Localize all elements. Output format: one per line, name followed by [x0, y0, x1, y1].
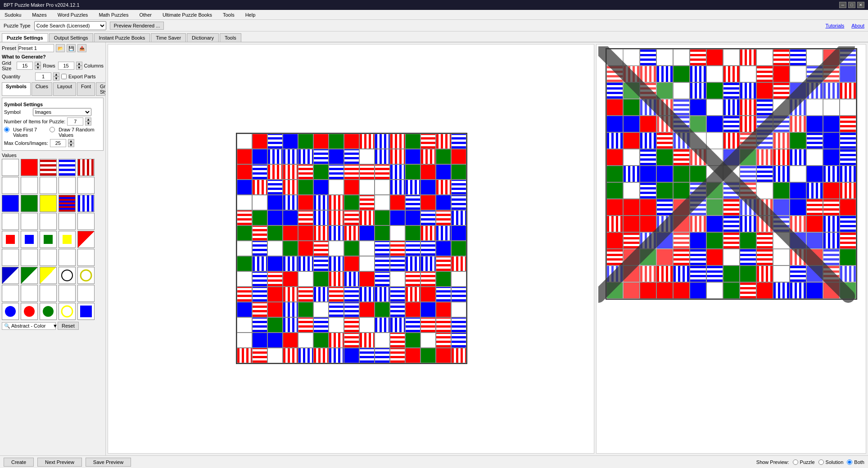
- draw-7-random-radio[interactable]: [50, 127, 55, 132]
- rows-down[interactable]: ▼: [76, 66, 82, 70]
- tab-instant-puzzle-books[interactable]: Instant Puzzle Books: [94, 33, 150, 42]
- sub-tab-symbols[interactable]: Symbols: [2, 82, 31, 96]
- tab-dictionary[interactable]: Dictionary: [187, 33, 219, 42]
- swatch-8[interactable]: [59, 177, 76, 194]
- symbol-select[interactable]: Images: [33, 108, 91, 116]
- swatch-31[interactable]: [21, 267, 38, 284]
- tab-tools[interactable]: Tools: [220, 33, 241, 42]
- swatch-41[interactable]: [21, 303, 38, 320]
- minimize-button[interactable]: ─: [839, 2, 846, 8]
- num-items-input[interactable]: [67, 117, 83, 126]
- grid-size-input[interactable]: [17, 62, 33, 70]
- search-dropdown-icon[interactable]: ▼: [53, 323, 58, 328]
- swatch-3[interactable]: [59, 159, 76, 176]
- quantity-down[interactable]: ▼: [53, 76, 59, 81]
- search-input[interactable]: [11, 323, 52, 328]
- export-preset-button[interactable]: 📤: [77, 44, 86, 52]
- reset-button[interactable]: Reset: [58, 322, 79, 330]
- menu-tools[interactable]: Tools: [220, 11, 237, 18]
- use-first-7-radio[interactable]: [4, 127, 9, 132]
- create-button[interactable]: Create: [4, 458, 34, 467]
- sub-tab-font[interactable]: Font: [77, 82, 95, 96]
- grid-size-down[interactable]: ▼: [35, 66, 41, 70]
- swatch-13[interactable]: [59, 195, 76, 212]
- about-link[interactable]: About: [851, 23, 864, 28]
- swatch-44[interactable]: [77, 303, 95, 320]
- swatch-23[interactable]: [59, 231, 76, 248]
- next-preview-button[interactable]: Next Preview: [37, 458, 82, 467]
- swatch-33[interactable]: [59, 267, 76, 284]
- sub-tab-grid-styling[interactable]: Grid Styling: [96, 82, 106, 96]
- swatch-30[interactable]: [2, 267, 19, 284]
- max-colors-up[interactable]: ▲: [68, 139, 74, 143]
- menu-sudoku[interactable]: Sudoku: [2, 11, 24, 18]
- tutorials-link[interactable]: Tutorials: [825, 23, 844, 28]
- open-preset-button[interactable]: 📂: [56, 44, 65, 52]
- close-button[interactable]: ✕: [857, 2, 864, 8]
- swatch-28[interactable]: [59, 249, 76, 266]
- preview-rendered-button[interactable]: Preview Rendered ...: [110, 22, 164, 30]
- save-preset-button[interactable]: 💾: [67, 44, 76, 52]
- max-colors-input[interactable]: [50, 139, 66, 147]
- tab-output-settings[interactable]: Output Settings: [49, 33, 93, 42]
- swatch-19[interactable]: [77, 213, 95, 230]
- swatch-25[interactable]: [2, 249, 19, 266]
- quantity-input[interactable]: [35, 72, 51, 81]
- swatch-15[interactable]: [2, 213, 19, 230]
- show-preview-solution-radio[interactable]: [818, 459, 824, 465]
- swatch-21[interactable]: [21, 231, 38, 248]
- sub-tab-clues[interactable]: Clues: [32, 82, 52, 96]
- swatch-32[interactable]: [40, 267, 57, 284]
- swatch-9[interactable]: [77, 177, 95, 194]
- swatch-16[interactable]: [21, 213, 38, 230]
- rows-input[interactable]: [58, 62, 74, 70]
- quantity-up[interactable]: ▲: [53, 72, 59, 76]
- max-colors-down[interactable]: ▼: [68, 143, 74, 147]
- rows-up[interactable]: ▲: [76, 62, 82, 66]
- swatch-1[interactable]: [21, 159, 38, 176]
- swatch-29[interactable]: [77, 249, 95, 266]
- swatch-43[interactable]: [59, 303, 76, 320]
- swatch-18[interactable]: [59, 213, 76, 230]
- swatch-4[interactable]: [77, 159, 95, 176]
- swatch-34[interactable]: [77, 267, 95, 284]
- num-items-down[interactable]: ▼: [85, 122, 91, 126]
- swatch-36[interactable]: [21, 285, 38, 302]
- preset-input[interactable]: Preset 1: [18, 44, 54, 52]
- save-preview-button[interactable]: Save Preview: [86, 458, 131, 467]
- swatch-10[interactable]: [2, 195, 19, 212]
- num-items-up[interactable]: ▲: [85, 117, 91, 122]
- swatch-35[interactable]: [2, 285, 19, 302]
- swatch-38[interactable]: [59, 285, 76, 302]
- menu-mazes[interactable]: Mazes: [29, 11, 49, 18]
- show-preview-both-radio[interactable]: [847, 459, 852, 465]
- swatch-11[interactable]: [21, 195, 38, 212]
- swatch-39[interactable]: [77, 285, 95, 302]
- export-parts-checkbox[interactable]: [61, 74, 67, 79]
- swatch-2[interactable]: [40, 159, 57, 176]
- sub-tab-layout[interactable]: Layout: [53, 82, 76, 96]
- menu-help[interactable]: Help: [243, 11, 258, 18]
- swatch-42[interactable]: [40, 303, 57, 320]
- puzzle-type-select[interactable]: Code Search (Licensed): [34, 21, 106, 30]
- swatch-14[interactable]: [77, 195, 95, 212]
- swatch-12[interactable]: [40, 195, 57, 212]
- swatch-0[interactable]: [2, 159, 19, 176]
- menu-other[interactable]: Other: [136, 11, 154, 18]
- grid-size-up[interactable]: ▲: [35, 62, 41, 66]
- menu-word-puzzles[interactable]: Word Puzzles: [55, 11, 91, 18]
- show-preview-puzzle-radio[interactable]: [793, 459, 798, 465]
- swatch-24[interactable]: [77, 231, 95, 248]
- swatch-5[interactable]: [2, 177, 19, 194]
- swatch-27[interactable]: [40, 249, 57, 266]
- swatch-37[interactable]: [40, 285, 57, 302]
- tab-puzzle-settings[interactable]: Puzzle Settings: [2, 33, 48, 42]
- swatch-6[interactable]: [21, 177, 38, 194]
- swatch-26[interactable]: [21, 249, 38, 266]
- menu-math-puzzles[interactable]: Math Puzzles: [96, 11, 131, 18]
- maximize-button[interactable]: □: [848, 2, 855, 8]
- swatch-17[interactable]: [40, 213, 57, 230]
- tab-time-saver[interactable]: Time Saver: [151, 33, 186, 42]
- swatch-20[interactable]: [2, 231, 19, 248]
- swatch-40[interactable]: [2, 303, 19, 320]
